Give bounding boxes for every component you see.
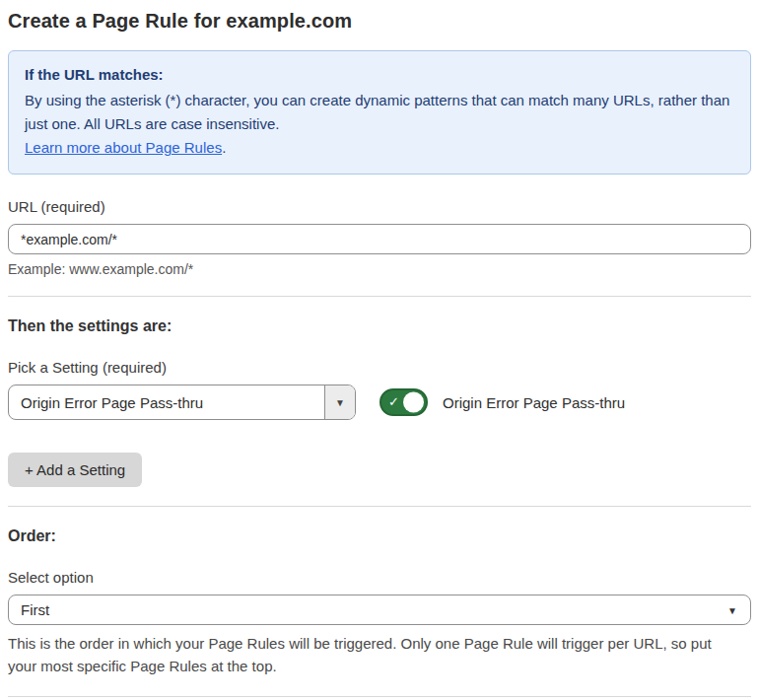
info-box-body-text: By using the asterisk (*) character, you… (25, 92, 729, 132)
divider (8, 506, 751, 507)
url-input[interactable] (8, 224, 751, 254)
setting-dropdown[interactable]: Origin Error Page Pass-thru ▼ (8, 385, 356, 420)
info-box-body: By using the asterisk (*) character, you… (25, 89, 734, 136)
url-example-helper: Example: www.example.com/* (8, 261, 751, 277)
setting-row: Origin Error Page Pass-thru ▼ ✓ Origin E… (8, 385, 751, 420)
order-select[interactable]: First ▼ (8, 595, 751, 625)
divider (8, 696, 751, 697)
order-select-value: First (21, 601, 49, 618)
add-setting-button[interactable]: + Add a Setting (8, 453, 142, 487)
info-box-link-line: Learn more about Page Rules. (25, 136, 734, 160)
order-section-heading: Order: (8, 527, 751, 545)
info-box-heading: If the URL matches: (25, 63, 734, 87)
setting-toggle-group: ✓ Origin Error Page Pass-thru (380, 388, 625, 416)
url-field-label: URL (required) (8, 198, 751, 215)
order-select-label: Select option (8, 569, 751, 586)
divider (8, 296, 751, 297)
settings-section-heading: Then the settings are: (8, 317, 751, 335)
setting-dropdown-value: Origin Error Page Pass-thru (9, 385, 324, 419)
pick-setting-label: Pick a Setting (required) (8, 359, 751, 376)
setting-toggle[interactable]: ✓ (380, 388, 428, 416)
learn-more-link[interactable]: Learn more about Page Rules (25, 139, 222, 156)
url-match-info-box: If the URL matches: By using the asteris… (8, 50, 751, 175)
link-period: . (222, 139, 226, 156)
setting-toggle-label: Origin Error Page Pass-thru (443, 394, 625, 411)
caret-down-icon: ▼ (727, 604, 737, 615)
toggle-knob (403, 392, 424, 413)
setting-dropdown-button[interactable]: ▼ (324, 385, 355, 419)
order-helper-text: This is the order in which your Page Rul… (8, 632, 737, 677)
check-icon: ✓ (388, 395, 399, 408)
caret-down-icon: ▼ (335, 397, 345, 408)
page-title: Create a Page Rule for example.com (8, 10, 751, 33)
